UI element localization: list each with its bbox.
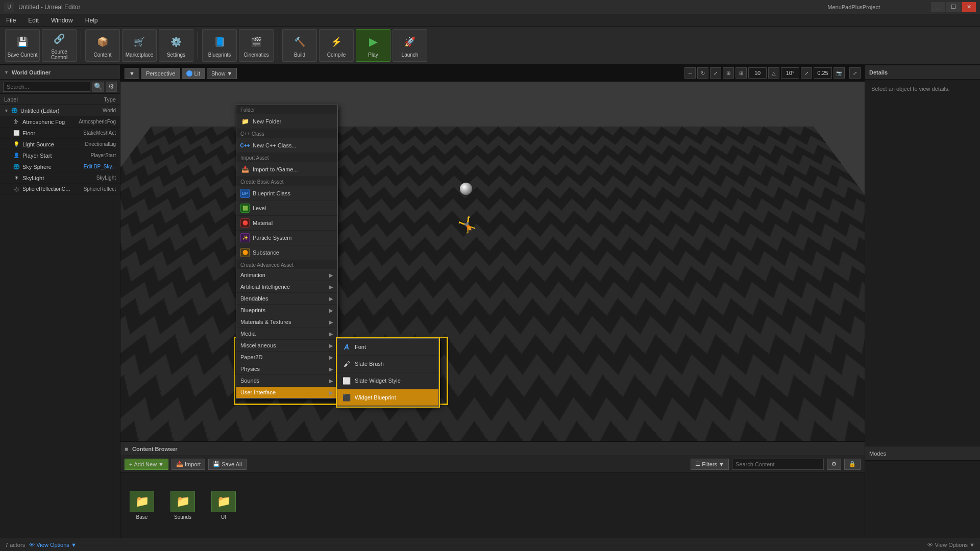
search-options-button[interactable]: ⚙ <box>106 82 117 92</box>
play-button[interactable]: ▶ Play <box>356 29 390 62</box>
menu-level[interactable]: 🟩 Level <box>236 201 337 216</box>
content-browser-panel: ◼ Content Browser + Add New ▼ 📥 Import 💾… <box>120 441 865 538</box>
cb-search-input[interactable] <box>732 459 824 470</box>
cinematics-button[interactable]: 🎬 Cinematics <box>239 29 274 62</box>
vp-maximize-icon[interactable]: ⤢ <box>849 67 861 79</box>
menu-physics[interactable]: Physics ▶ <box>236 363 337 375</box>
lit-indicator <box>186 70 192 77</box>
surface-snapping-icon[interactable]: ⊞ <box>723 67 734 79</box>
cb-settings-button[interactable]: ⚙ <box>827 459 841 470</box>
menu-blueprints[interactable]: Blueprints ▶ <box>236 305 337 316</box>
viewport-right-controls: ↔ ↻ ⤢ ⊞ ⊞ △ ⤢ 📷 ⤢ <box>684 67 861 79</box>
outliner-item-light-source[interactable]: 💡 Light Source DirectionalLig <box>0 139 120 150</box>
source-control-button[interactable]: 🔗 Source Control <box>42 29 77 62</box>
menu-paper2d[interactable]: Paper2D ▶ <box>236 352 337 363</box>
filters-button[interactable]: ☰ Filters ▼ <box>691 459 729 470</box>
content-browser-header: ◼ Content Browser <box>120 442 865 456</box>
outliner-label-0: Untitled (Editor) <box>20 108 72 114</box>
outliner-item-sphere-reflection[interactable]: ◎ SphereReflectionCapture SphereReflect <box>0 184 120 195</box>
build-button[interactable]: 🔨 Build <box>282 29 317 62</box>
minimize-button[interactable]: _ <box>931 2 945 12</box>
scale-snap-icon[interactable]: ⤢ <box>801 67 812 79</box>
rotate-icon[interactable]: ↻ <box>697 67 708 79</box>
save-current-button[interactable]: 💾 Save Current <box>5 29 40 62</box>
content-browser-title: Content Browser <box>132 446 178 452</box>
save-all-button[interactable]: 💾 Save All <box>208 459 247 470</box>
import-button[interactable]: 📥 Import <box>172 459 205 470</box>
maximize-button[interactable]: ☐ <box>946 2 961 12</box>
outliner-item-sky-sphere[interactable]: 🌐 Sky Sphere Edit BP_Sky... <box>0 161 120 172</box>
submenu-font[interactable]: A Font <box>337 339 438 356</box>
angle-snap-icon[interactable]: △ <box>768 67 779 79</box>
settings-button[interactable]: ⚙️ Settings <box>159 29 193 62</box>
camera-speed-icon[interactable]: 📷 <box>834 67 845 79</box>
compile-button[interactable]: ⚡ Compile <box>319 29 354 62</box>
lit-button[interactable]: Lit <box>182 68 205 79</box>
search-button[interactable]: 🔍 <box>92 82 104 92</box>
menu-particle-system[interactable]: ✨ Particle System <box>236 231 337 245</box>
menu-miscellaneous[interactable]: Miscellaneous ▶ <box>236 340 337 352</box>
menu-import[interactable]: Import to /Game... <box>236 162 337 177</box>
translate-icon[interactable]: ↔ <box>684 67 696 79</box>
outliner-item-floor[interactable]: ⬜ Floor StaticMeshAct <box>0 128 120 139</box>
menu-sounds[interactable]: Sounds ▶ <box>236 375 337 387</box>
menu-new-cpp[interactable]: C++ New C++ Class... <box>236 138 337 153</box>
submenu-widget-blueprint[interactable]: ⬛ Widget Blueprint <box>337 389 438 406</box>
content-button[interactable]: 📦 Content <box>85 29 120 62</box>
outliner-item-skylight[interactable]: ☀ SkyLight SkyLight <box>0 172 120 184</box>
scale-input[interactable] <box>814 67 832 79</box>
grid-snap-icon[interactable]: ⊞ <box>736 67 747 79</box>
launch-label: Launch <box>402 52 419 58</box>
menu-animation[interactable]: Animation ▶ <box>236 269 337 281</box>
folder-icon: 📁 <box>240 117 250 126</box>
marketplace-button[interactable]: 🛒 Marketplace <box>122 29 157 62</box>
modes-title: Modes <box>869 450 886 457</box>
user-interface-label: User Interface <box>240 389 276 395</box>
menu-mat-tex[interactable]: Materials & Textures ▶ <box>236 316 337 328</box>
menu-ai[interactable]: Artificial Intelligence ▶ <box>236 281 337 293</box>
perspective-toggle[interactable]: ▼ <box>125 68 139 79</box>
menu-blendables[interactable]: Blendables ▶ <box>236 293 337 305</box>
details-title: Details <box>869 69 888 76</box>
outliner-item-world[interactable]: ▼ 🌐 Untitled (Editor) World <box>0 105 120 116</box>
close-button[interactable]: ✕ <box>962 2 976 12</box>
section-advanced-asset: Create Advanced Asset <box>236 260 337 269</box>
launch-button[interactable]: 🚀 Launch <box>393 29 427 62</box>
status-bar: 7 actors 👁 View Options ▼ 👁 View Options… <box>0 538 980 551</box>
menu-help[interactable]: Help <box>83 16 100 25</box>
add-new-arrow: ▼ <box>158 461 164 467</box>
filters-label: Filters <box>702 461 717 467</box>
view-options-right[interactable]: 👁 View Options ▼ <box>927 542 975 548</box>
menu-file[interactable]: File <box>4 16 18 25</box>
grid-size-input[interactable] <box>748 67 767 79</box>
scale-icon[interactable]: ⤢ <box>710 67 721 79</box>
folder-ui[interactable]: 📁 UI <box>208 491 239 520</box>
folder-sounds[interactable]: 📁 Sounds <box>167 491 198 520</box>
menu-user-interface[interactable]: User Interface ▶ <box>236 387 337 398</box>
cb-lock-button[interactable]: 🔒 <box>844 459 861 470</box>
view-options-left[interactable]: 👁 View Options ▼ <box>29 542 77 548</box>
menu-substance[interactable]: 🟠 Substance <box>236 245 337 260</box>
outliner-item-player-start[interactable]: 👤 Player Start PlayerStart <box>0 150 120 161</box>
animation-label: Animation <box>240 272 265 278</box>
add-new-button[interactable]: + Add New ▼ <box>125 459 168 470</box>
perspective-button[interactable]: Perspective <box>141 68 180 79</box>
filter-icon: ☰ <box>695 461 700 467</box>
blueprints-button[interactable]: 📘 Blueprints <box>202 29 237 62</box>
angle-input[interactable] <box>781 67 799 79</box>
menu-edit[interactable]: Edit <box>26 16 41 25</box>
folder-base[interactable]: 📁 Base <box>127 491 157 520</box>
miscellaneous-label: Miscellaneous <box>240 342 276 348</box>
menu-new-folder[interactable]: 📁 New Folder <box>236 114 337 129</box>
play-icon: ▶ <box>365 34 381 50</box>
submenu-slate-brush[interactable]: 🖌 Slate Brush <box>337 356 438 372</box>
submenu-slate-widget-style[interactable]: ⬜ Slate Widget Style <box>337 372 438 389</box>
menu-window[interactable]: Window <box>49 16 75 25</box>
show-button[interactable]: Show ▼ <box>207 68 237 79</box>
menu-blueprint-class[interactable]: BP Blueprint Class <box>236 186 337 201</box>
menu-media[interactable]: Media ▶ <box>236 328 337 340</box>
save-icon: 💾 <box>14 34 31 50</box>
outliner-item-atmospheric-fog[interactable]: 🌫 Atmospheric Fog AtmosphericFog <box>0 116 120 128</box>
menu-material[interactable]: 🔴 Material <box>236 216 337 231</box>
search-input[interactable] <box>3 82 90 92</box>
